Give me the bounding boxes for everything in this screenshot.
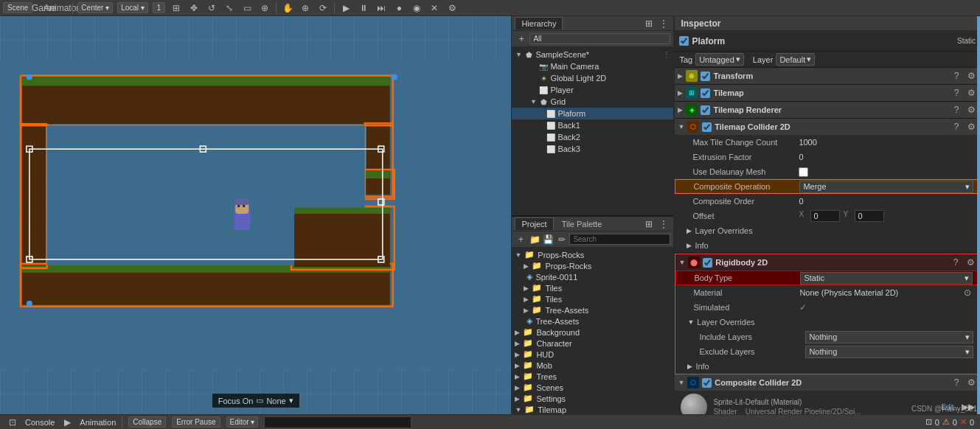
offset-x-input[interactable] (810, 210, 840, 222)
collider-enabled-checkbox[interactable] (702, 122, 712, 132)
hierarchy-main-camera[interactable]: 📷 Main Camera (512, 60, 673, 72)
hierarchy-player[interactable]: ⬜ Player (512, 84, 673, 96)
scene-root-item[interactable]: ▼ ⬟ SampleScene* ⋮ (512, 49, 673, 60)
project-save-icon[interactable]: 💾 (542, 233, 555, 246)
hierarchy-plaform[interactable]: ⬜ Plaform (512, 108, 673, 119)
grid-icon[interactable]: ⊞ (170, 1, 183, 15)
material-target-icon[interactable]: ⊙ (962, 287, 973, 299)
exclude-layers-dropdown[interactable]: Nothing ▾ (805, 346, 973, 358)
circle-icon[interactable]: ● (392, 1, 406, 15)
transform-enabled-checkbox[interactable] (701, 72, 710, 81)
rb-settings-icon[interactable]: ⚙ (965, 257, 976, 268)
body-type-dropdown[interactable]: Static ▾ (800, 272, 973, 285)
collider-settings-icon[interactable]: ⚙ (965, 121, 977, 133)
scene-root-more[interactable]: ⋮ (663, 51, 670, 59)
folder-tiles-2[interactable]: ▶ 📁 Tiles (512, 293, 673, 304)
rb-help-icon[interactable]: ? (950, 257, 962, 268)
hand-icon[interactable]: ✋ (281, 1, 294, 15)
bottom-search-input[interactable] (264, 416, 411, 428)
composite-help-icon[interactable]: ? (951, 377, 962, 388)
crosshair-icon[interactable]: ⊕ (299, 1, 312, 15)
pause-icon[interactable]: ⏸ (357, 1, 370, 15)
folder-character[interactable]: ▶ 📁 Character (512, 338, 673, 349)
folder-tree-assets-1[interactable]: ▶ 📁 Tree-Assets (512, 304, 673, 315)
refresh-icon[interactable]: ⟳ (316, 1, 330, 15)
collider-layer-overrides[interactable]: ▶ Layer Overrides (675, 223, 980, 238)
animation-icon[interactable]: ▶ (60, 416, 74, 429)
hierarchy-more-icon[interactable]: ⋮ (657, 17, 670, 30)
renderer-settings-icon[interactable]: ⚙ (965, 104, 977, 116)
rotate-icon[interactable]: ↺ (205, 1, 218, 15)
project-folder-icon[interactable]: 📁 (529, 233, 541, 246)
move-icon[interactable]: ✥ (187, 1, 201, 15)
hierarchy-lock-icon[interactable]: ⊞ (642, 17, 656, 30)
tilemap-enabled-checkbox[interactable] (701, 88, 710, 98)
collider-header[interactable]: ▼ ⬡ Tilemap Collider 2D ? ⚙ (675, 119, 980, 135)
folder-props-rocks-1[interactable]: ▼ 📁 Props-Rocks (512, 249, 673, 260)
folder-tilemap[interactable]: ▼ 📁 Tilemap (512, 404, 673, 414)
composite-enabled-checkbox[interactable] (702, 378, 712, 388)
step-icon[interactable]: ⏭ (375, 1, 388, 15)
folder-tree-assets-2[interactable]: ◈ Tree-Assets (512, 315, 673, 327)
object-active-checkbox[interactable] (679, 36, 689, 46)
number-btn[interactable]: 1 (153, 2, 166, 13)
console-label[interactable]: Console (25, 418, 55, 427)
delaunay-checkbox[interactable] (799, 167, 808, 177)
project-add-icon[interactable]: + (515, 233, 527, 246)
project-search-input[interactable] (569, 234, 670, 245)
rb-info[interactable]: ▶ Info (675, 359, 979, 374)
collider-help-icon[interactable]: ? (951, 121, 962, 133)
folder-hud[interactable]: ▶ 📁 HUD (512, 349, 673, 360)
composite-header[interactable]: ▼ ⬡ Composite Collider 2D ? ⚙ (675, 374, 980, 391)
local-dropdown[interactable]: Local ▾ (117, 2, 148, 13)
renderer-help-icon[interactable]: ? (951, 104, 962, 116)
folder-background[interactable]: ▶ 📁 Background (512, 327, 673, 338)
rect-icon[interactable]: ▭ (240, 1, 254, 15)
folder-trees[interactable]: ▶ 📁 Trees (512, 371, 673, 382)
tilemap-settings-icon[interactable]: ⚙ (965, 87, 977, 99)
error-pause-btn[interactable]: Error Pause (172, 416, 220, 428)
hierarchy-grid[interactable]: ▼ ⬟ Grid (512, 96, 673, 108)
folder-settings[interactable]: ▶ 📁 Settings (512, 393, 673, 404)
project-tab[interactable]: Project (515, 217, 553, 230)
tilemap-header[interactable]: ▶ ⊞ Tilemap ? ⚙ (675, 85, 980, 101)
transform-help-icon[interactable]: ? (951, 70, 962, 82)
layer-dropdown[interactable]: Default ▾ (776, 53, 815, 66)
play-icon[interactable]: ▶ (339, 1, 352, 15)
tag-dropdown[interactable]: Untagged ▾ (695, 53, 744, 66)
folder-sprite[interactable]: ◈ Sprite-0011 (512, 271, 673, 282)
composite-op-dropdown[interactable]: Merge ▾ (799, 181, 973, 193)
rb-enabled-checkbox[interactable] (703, 258, 712, 268)
circle2-icon[interactable]: ◉ (410, 1, 423, 15)
animator-tab-btn[interactable]: Animator (55, 1, 68, 15)
project-lock-icon[interactable]: ⊞ (642, 217, 656, 231)
project-edit-icon[interactable]: ✏ (556, 233, 569, 246)
renderer-enabled-checkbox[interactable] (701, 105, 710, 115)
x-icon[interactable]: ✕ (428, 1, 441, 15)
project-more-icon[interactable]: ⋮ (657, 217, 670, 231)
hierarchy-search[interactable]: All (529, 33, 670, 44)
hierarchy-back3[interactable]: ⬜ Back3 (512, 143, 673, 155)
collider-info[interactable]: ▶ Info (675, 238, 980, 253)
tile-palette-tab[interactable]: Tile Palette (555, 217, 609, 231)
editor-dropdown[interactable]: Editor ▾ (226, 416, 259, 428)
console-icon[interactable]: ⊡ (6, 416, 19, 429)
hierarchy-global-light[interactable]: ☀ Global Light 2D (512, 72, 673, 84)
offset-y-input[interactable] (855, 210, 884, 222)
composite-settings-icon[interactable]: ⚙ (965, 377, 977, 388)
tilemap-help-icon[interactable]: ? (951, 87, 962, 99)
animation-label[interactable]: Animation (80, 418, 116, 427)
folder-mob[interactable]: ▶ 📁 Mob (512, 360, 673, 371)
scene-canvas[interactable]: Focus On ▭ None ▾ (0, 16, 511, 414)
include-layers-dropdown[interactable]: Nothing ▾ (805, 331, 973, 343)
hierarchy-back2[interactable]: ⬜ Back2 (512, 131, 673, 143)
settings-icon[interactable]: ⚙ (445, 1, 459, 15)
center-dropdown[interactable]: Center ▾ (77, 2, 113, 13)
rb-layer-overrides[interactable]: ▼ Layer Overrides (675, 315, 979, 329)
rigidbody-header[interactable]: ▼ ⬤ Rigidbody 2D ? ⚙ (675, 254, 979, 271)
hierarchy-add-icon[interactable]: + (515, 32, 528, 46)
transform-settings-icon[interactable]: ⚙ (965, 70, 977, 82)
hierarchy-tab[interactable]: Hierarchy (515, 17, 563, 29)
collapse-btn[interactable]: Collapse (128, 416, 166, 428)
folder-props-rocks-2[interactable]: ▶ 📁 Props-Rocks (512, 260, 673, 271)
